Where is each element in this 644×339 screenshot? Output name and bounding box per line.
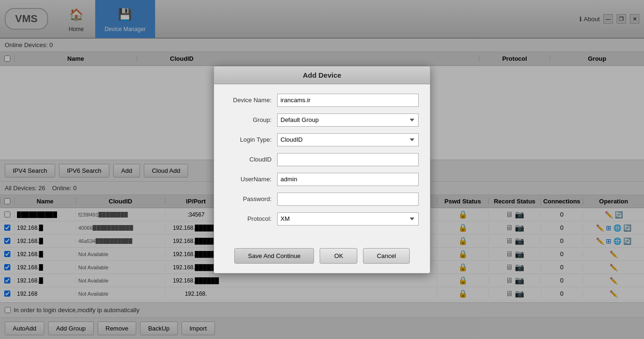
- protocol-row: Protocol: XM ONVIF: [225, 212, 419, 226]
- cancel-button[interactable]: Cancel: [363, 248, 409, 264]
- modal-overlay: Add Device Device Name: Group: Default G…: [0, 0, 644, 339]
- username-input[interactable]: [277, 173, 419, 186]
- password-label: Password:: [225, 195, 277, 202]
- login-type-row: Login Type: CloudID IP/Domain: [225, 133, 419, 146]
- cloudid-label: CloudID: [225, 156, 277, 163]
- login-type-select[interactable]: CloudID IP/Domain: [277, 133, 419, 146]
- protocol-select[interactable]: XM ONVIF: [277, 212, 419, 226]
- ok-button[interactable]: OK: [320, 248, 357, 264]
- password-input[interactable]: [277, 193, 419, 206]
- password-row: Password:: [225, 193, 419, 206]
- group-select[interactable]: Default Group: [277, 113, 419, 127]
- login-type-label: Login Type:: [225, 136, 277, 143]
- modal-body: Device Name: Group: Default Group Login …: [214, 84, 430, 242]
- group-label: Group:: [225, 116, 277, 123]
- protocol-label: Protocol:: [225, 215, 277, 222]
- device-name-label: Device Name:: [225, 97, 277, 104]
- cloudid-input[interactable]: [277, 153, 419, 166]
- modal-footer: Save And Continue OK Cancel: [214, 242, 430, 273]
- device-name-input[interactable]: [277, 94, 419, 107]
- modal-title: Add Device: [214, 66, 430, 84]
- save-and-continue-button[interactable]: Save And Continue: [234, 248, 314, 264]
- device-name-row: Device Name:: [225, 94, 419, 107]
- cloudid-row: CloudID: [225, 153, 419, 166]
- username-label: UserName:: [225, 176, 277, 183]
- add-device-modal: Add Device Device Name: Group: Default G…: [214, 66, 430, 274]
- group-row: Group: Default Group: [225, 113, 419, 127]
- username-row: UserName:: [225, 173, 419, 186]
